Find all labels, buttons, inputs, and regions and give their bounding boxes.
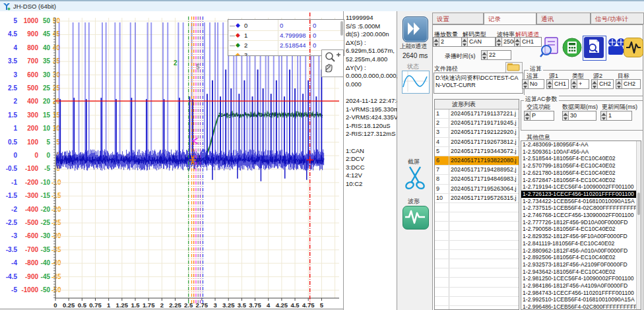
legend-row[interactable]: ◆14.7999980 xyxy=(228,31,344,41)
wave-list-empty-row xyxy=(435,268,519,278)
zoom-pan-toolbox[interactable] xyxy=(321,49,344,77)
wave-list-row[interactable]: 42024051717192673812.j xyxy=(435,138,519,147)
op-spinner-2[interactable]: + xyxy=(571,79,589,89)
tab-signal-power[interactable]: 信号/功率计 xyxy=(591,13,644,24)
spinner-arrows[interactable] xyxy=(462,38,468,46)
spinner-arrows[interactable] xyxy=(601,111,607,120)
spinner-arrows[interactable] xyxy=(547,80,553,88)
op-spinner-3[interactable]: CH2 xyxy=(591,79,614,89)
field-spinner-3[interactable]: CH1 xyxy=(514,37,542,47)
op-spinner-2-value: + xyxy=(577,80,582,88)
info-line: 1-VRMS:195.330mV xyxy=(344,106,397,114)
wave-row-number: 1 xyxy=(435,109,449,118)
play-forward-button[interactable] xyxy=(402,16,428,42)
wave-list-row[interactable]: 72024051717194288952.j xyxy=(435,166,519,175)
other-info-item[interactable]: 1-2.672847-181056F4-EC10C40E02 xyxy=(521,177,641,184)
spinner-arrows[interactable] xyxy=(523,80,529,88)
other-info-item[interactable]: 1-2.841119-181056F4-EC10C40E02 xyxy=(521,240,641,247)
zoom-plus-icon[interactable] xyxy=(326,53,340,61)
spinner-arrows[interactable] xyxy=(496,38,502,46)
legend-marker-icon: ◆ xyxy=(236,51,240,56)
tab-comm[interactable]: 通讯 xyxy=(536,13,591,24)
spinner-arrows[interactable] xyxy=(592,80,598,88)
field-spinner-0[interactable]: 2 xyxy=(433,37,462,47)
ac-spinner-0[interactable]: P xyxy=(524,111,554,121)
wave-list-table[interactable]: 波形列表 12024051717191137221.j2202405171719… xyxy=(434,99,519,310)
other-info-item[interactable]: 1-2.518544-181056F4-EC10C40E02 xyxy=(521,155,641,162)
other-info-item[interactable]: 1-2.790058-181056F4-EC10C40E02 xyxy=(521,226,641,233)
tab-settings[interactable]: 设置 xyxy=(432,13,484,24)
waveform-button[interactable] xyxy=(402,206,429,230)
calculate-button[interactable] xyxy=(562,38,582,59)
op-spinner-1[interactable]: CH1 xyxy=(546,79,569,89)
other-info-item[interactable]: 1-2.777726-1812F456-9D10A00F0000FD xyxy=(521,219,641,226)
other-info-item[interactable]: 1-2.992510-1CEB56F4-016810010090A15A xyxy=(521,296,641,303)
wave-row-filename: 2024051717192673812.j xyxy=(449,138,519,146)
wave-list-row[interactable]: 32024051717192122920.j xyxy=(435,128,519,137)
browse-folder-button[interactable] xyxy=(505,62,523,73)
other-info-item[interactable]: 1-2.737515-1CEB56F4-02C800FFFFFFFFFF xyxy=(521,204,641,212)
screenshot-button[interactable] xyxy=(403,166,427,191)
other-info-item[interactable]: 1-2.829352-1812F456-9F10A00F0000FD xyxy=(521,233,641,240)
other-info-item[interactable]: 1-2.621780-181056F4-EC10C40E02 xyxy=(521,170,641,177)
wave-list-row[interactable]: 62024051717193822080.j xyxy=(435,156,519,166)
info-line: 2-VRMS:424.335V xyxy=(344,113,397,122)
file-path-value[interactable]: D:\快速访问资料\DCCTEST-CAN-VOLT-CURR xyxy=(434,73,523,94)
measurement-info-panel: 11999994S/S :5.000Mdt(S) :200.000nΔX(S) … xyxy=(343,11,397,310)
other-info-scrollbar[interactable] xyxy=(636,141,641,309)
spinner-arrows[interactable] xyxy=(482,51,488,59)
spinner-arrows[interactable] xyxy=(515,38,521,46)
other-info-item[interactable]: 1-2.892506-181056F4-EC10C40E02 xyxy=(521,254,641,261)
other-info-item[interactable]: 1-2.746768-1CECF456-13090002FF001100 xyxy=(521,212,641,219)
op-spinner-0[interactable]: No xyxy=(522,79,544,89)
other-info-item[interactable]: 1-2.981250-1CEC56F4-10090002FF001100 xyxy=(521,275,641,282)
other-info-item[interactable]: 1-2.880962-1812F456-A010A00F0000FD xyxy=(521,247,641,255)
other-info-item[interactable]: 1-2.483069-180956F4-AA xyxy=(521,141,641,148)
wave-row-filename xyxy=(449,231,519,239)
wave-list-empty-row xyxy=(435,259,519,268)
other-info-item[interactable]: 1-2.996486-1CEB56F4-02C800FFFFFFFFFF xyxy=(521,303,641,310)
tab-record[interactable]: 记录 xyxy=(484,13,536,25)
legend-marker-icon: ◆ xyxy=(236,22,240,28)
pan-hand-icon[interactable] xyxy=(326,65,332,73)
wave-list-row[interactable]: 82024051717194846983.j xyxy=(435,175,519,184)
wave-list-row[interactable]: 22024051717191719245.j xyxy=(435,119,519,128)
decode-button[interactable] xyxy=(539,37,559,58)
wave-row-number: 6 xyxy=(435,156,449,165)
wave-row-filename xyxy=(449,203,519,212)
preview-button[interactable] xyxy=(583,36,606,61)
other-info-item[interactable]: 1-2.984743-1CECF456-110201FFFF001100 xyxy=(521,290,641,297)
other-info-item[interactable]: 1-2.734422-1CEB56F4-016810010090A15A xyxy=(521,198,641,205)
channel-page-label[interactable]: 上能8通道 xyxy=(400,42,427,51)
other-info-item[interactable]: 1-2.719194-1CEC56F4-10090002FF001100 xyxy=(521,183,641,191)
info-line: S/S :5.000M xyxy=(344,22,397,31)
other-info-item[interactable]: 1-2.509361-100AF456-AA xyxy=(521,148,641,156)
wave-row-filename xyxy=(449,297,519,305)
other-info-item[interactable]: 1-2.932573-1812F456-A2109F0F0000FD xyxy=(521,261,641,268)
ac-spinner-1[interactable]: 30 xyxy=(562,111,596,121)
field-spinner-1[interactable]: CAN xyxy=(461,37,496,47)
legend-row[interactable]: ◆000 xyxy=(228,21,344,31)
wave-list-row[interactable]: 12024051717191137221.j xyxy=(435,109,519,119)
other-info-item[interactable]: 1-2.943642-181056F4-EC10C40E02 xyxy=(521,268,641,276)
record-time-spinner[interactable]: 22 xyxy=(481,50,511,60)
spinner-arrows[interactable] xyxy=(525,111,531,120)
overlay-button[interactable] xyxy=(624,38,643,59)
legend-scrollbar[interactable] xyxy=(340,21,343,36)
spinner-arrows[interactable] xyxy=(616,80,622,88)
spinner-arrows[interactable] xyxy=(571,80,577,88)
other-info-item[interactable]: 1-2.570799-181056F4-EC10C40E02 xyxy=(521,162,641,170)
ac-spinner-2[interactable]: 1 xyxy=(600,111,632,121)
other-info-item[interactable]: 1-2.726123-1CECF456-110201FFFF001100 xyxy=(521,191,641,198)
info-line: 10:C2 xyxy=(344,180,397,189)
op-spinner-4[interactable]: CH2 xyxy=(616,79,641,89)
legend-channel-extra: 0 xyxy=(313,42,316,49)
spinner-arrows[interactable] xyxy=(434,38,439,46)
wave-list-row[interactable]: 102024051717195726315.j xyxy=(435,194,519,203)
other-info-item[interactable]: 1-2.984186-1812F456-A4109A0F0000FD xyxy=(521,282,641,290)
other-info-list[interactable]: 1-2.483069-180956F4-AA1-2.509361-100AF45… xyxy=(521,140,641,310)
wave-list-row[interactable]: 52024051717193443672.j xyxy=(435,147,519,156)
wave-list-row[interactable]: 92024051717195263064.j xyxy=(435,185,519,194)
info-line: 1:CAN xyxy=(344,147,397,156)
spinner-arrows[interactable] xyxy=(563,111,569,120)
